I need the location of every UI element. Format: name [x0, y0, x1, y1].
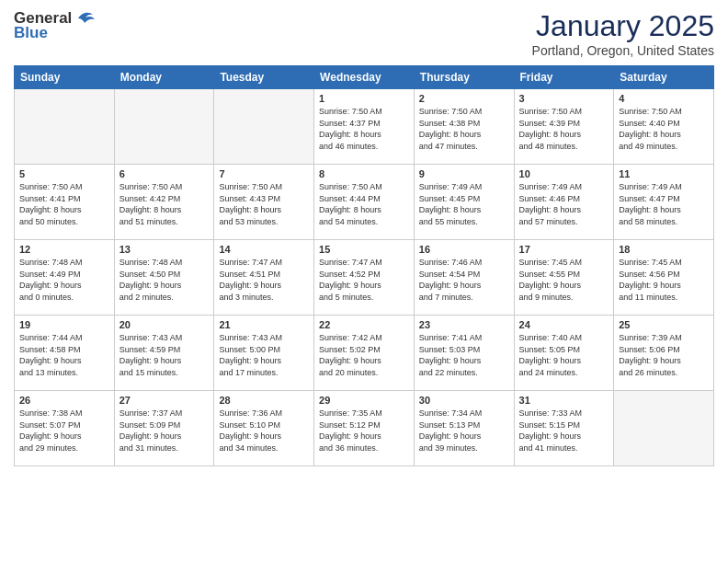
day-number: 17 [519, 244, 609, 255]
day-number: 26 [19, 395, 109, 406]
day-number: 29 [319, 395, 409, 406]
day-number: 19 [19, 319, 109, 330]
header-saturday: Saturday [614, 66, 714, 89]
day-number: 23 [419, 319, 509, 330]
day-info: Sunrise: 7:42 AM Sunset: 5:02 PM Dayligh… [319, 332, 409, 378]
day-number: 24 [519, 319, 609, 330]
calendar-cell-2-6: 18Sunrise: 7:45 AM Sunset: 4:56 PM Dayli… [614, 240, 714, 316]
day-info: Sunrise: 7:49 AM Sunset: 4:47 PM Dayligh… [619, 181, 709, 227]
header-friday: Friday [514, 66, 614, 89]
day-number: 3 [519, 93, 609, 104]
day-number: 22 [319, 319, 409, 330]
calendar-cell-2-5: 17Sunrise: 7:45 AM Sunset: 4:55 PM Dayli… [514, 240, 614, 316]
day-info: Sunrise: 7:50 AM Sunset: 4:43 PM Dayligh… [219, 181, 309, 227]
calendar-cell-3-0: 19Sunrise: 7:44 AM Sunset: 4:58 PM Dayli… [15, 316, 115, 391]
day-number: 13 [119, 244, 210, 255]
week-row-3: 12Sunrise: 7:48 AM Sunset: 4:49 PM Dayli… [15, 240, 714, 316]
calendar-cell-1-6: 11Sunrise: 7:49 AM Sunset: 4:47 PM Dayli… [614, 165, 714, 240]
location-title: Portland, Oregon, United States [532, 43, 714, 58]
calendar-cell-3-5: 24Sunrise: 7:40 AM Sunset: 5:05 PM Dayli… [514, 316, 614, 391]
calendar-cell-0-4: 2Sunrise: 7:50 AM Sunset: 4:38 PM Daylig… [414, 89, 514, 165]
day-info: Sunrise: 7:48 AM Sunset: 4:49 PM Dayligh… [19, 257, 109, 303]
calendar-cell-2-1: 13Sunrise: 7:48 AM Sunset: 4:50 PM Dayli… [114, 240, 214, 316]
calendar-cell-4-5: 31Sunrise: 7:33 AM Sunset: 5:15 PM Dayli… [514, 391, 614, 466]
header-thursday: Thursday [414, 66, 514, 89]
day-number: 20 [119, 319, 210, 330]
calendar-cell-0-3: 1Sunrise: 7:50 AM Sunset: 4:37 PM Daylig… [314, 89, 415, 165]
day-number: 2 [419, 93, 509, 104]
day-info: Sunrise: 7:40 AM Sunset: 5:05 PM Dayligh… [519, 332, 609, 378]
day-number: 28 [219, 395, 309, 406]
week-row-2: 5Sunrise: 7:50 AM Sunset: 4:41 PM Daylig… [15, 165, 714, 240]
day-number: 6 [119, 168, 210, 179]
day-info: Sunrise: 7:35 AM Sunset: 5:12 PM Dayligh… [319, 408, 409, 454]
day-number: 4 [619, 93, 709, 104]
day-info: Sunrise: 7:48 AM Sunset: 4:50 PM Dayligh… [119, 257, 210, 303]
month-title: January 2025 [532, 9, 714, 43]
day-info: Sunrise: 7:44 AM Sunset: 4:58 PM Dayligh… [19, 332, 109, 378]
day-info: Sunrise: 7:50 AM Sunset: 4:38 PM Dayligh… [419, 106, 509, 152]
calendar-cell-4-1: 27Sunrise: 7:37 AM Sunset: 5:09 PM Dayli… [114, 391, 214, 466]
day-info: Sunrise: 7:49 AM Sunset: 4:45 PM Dayligh… [419, 181, 509, 227]
header-monday: Monday [114, 66, 214, 89]
week-row-5: 26Sunrise: 7:38 AM Sunset: 5:07 PM Dayli… [15, 391, 714, 466]
day-info: Sunrise: 7:50 AM Sunset: 4:40 PM Dayligh… [619, 106, 709, 152]
day-number: 31 [519, 395, 609, 406]
calendar-cell-1-4: 9Sunrise: 7:49 AM Sunset: 4:45 PM Daylig… [414, 165, 514, 240]
day-number: 30 [419, 395, 509, 406]
calendar-cell-4-6 [614, 391, 714, 466]
day-info: Sunrise: 7:50 AM Sunset: 4:42 PM Dayligh… [119, 181, 210, 227]
day-info: Sunrise: 7:50 AM Sunset: 4:37 PM Dayligh… [319, 106, 409, 152]
calendar-cell-4-2: 28Sunrise: 7:36 AM Sunset: 5:10 PM Dayli… [214, 391, 314, 466]
header-tuesday: Tuesday [214, 66, 314, 89]
calendar-cell-3-2: 21Sunrise: 7:43 AM Sunset: 5:00 PM Dayli… [214, 316, 314, 391]
day-info: Sunrise: 7:45 AM Sunset: 4:55 PM Dayligh… [519, 257, 609, 303]
week-row-4: 19Sunrise: 7:44 AM Sunset: 4:58 PM Dayli… [15, 316, 714, 391]
calendar-cell-1-3: 8Sunrise: 7:50 AM Sunset: 4:44 PM Daylig… [314, 165, 415, 240]
calendar-cell-0-6: 4Sunrise: 7:50 AM Sunset: 4:40 PM Daylig… [614, 89, 714, 165]
day-number: 5 [19, 168, 109, 179]
calendar-table: Sunday Monday Tuesday Wednesday Thursday… [14, 65, 714, 466]
day-info: Sunrise: 7:49 AM Sunset: 4:46 PM Dayligh… [519, 181, 609, 227]
day-number: 1 [319, 93, 409, 104]
calendar-cell-2-0: 12Sunrise: 7:48 AM Sunset: 4:49 PM Dayli… [15, 240, 115, 316]
calendar-cell-1-1: 6Sunrise: 7:50 AM Sunset: 4:42 PM Daylig… [114, 165, 214, 240]
calendar-cell-4-3: 29Sunrise: 7:35 AM Sunset: 5:12 PM Dayli… [314, 391, 415, 466]
day-number: 10 [519, 168, 609, 179]
day-number: 21 [219, 319, 309, 330]
day-info: Sunrise: 7:39 AM Sunset: 5:06 PM Dayligh… [619, 332, 709, 378]
weekday-header-row: Sunday Monday Tuesday Wednesday Thursday… [15, 66, 714, 89]
calendar-cell-2-4: 16Sunrise: 7:46 AM Sunset: 4:54 PM Dayli… [414, 240, 514, 316]
day-info: Sunrise: 7:34 AM Sunset: 5:13 PM Dayligh… [419, 408, 509, 454]
calendar-cell-0-2 [214, 89, 314, 165]
calendar-cell-3-3: 22Sunrise: 7:42 AM Sunset: 5:02 PM Dayli… [314, 316, 415, 391]
calendar-cell-0-0 [15, 89, 115, 165]
day-info: Sunrise: 7:47 AM Sunset: 4:52 PM Dayligh… [319, 257, 409, 303]
day-number: 11 [619, 168, 709, 179]
calendar-cell-1-0: 5Sunrise: 7:50 AM Sunset: 4:41 PM Daylig… [15, 165, 115, 240]
day-number: 18 [619, 244, 709, 255]
header: General Blue January 2025 Portland, Oreg… [14, 9, 714, 58]
day-info: Sunrise: 7:43 AM Sunset: 4:59 PM Dayligh… [119, 332, 210, 378]
logo-bird-icon [74, 10, 95, 27]
day-info: Sunrise: 7:50 AM Sunset: 4:44 PM Dayligh… [319, 181, 409, 227]
calendar-body: 1Sunrise: 7:50 AM Sunset: 4:37 PM Daylig… [15, 89, 714, 466]
day-info: Sunrise: 7:37 AM Sunset: 5:09 PM Dayligh… [119, 408, 210, 454]
day-number: 9 [419, 168, 509, 179]
calendar-cell-3-4: 23Sunrise: 7:41 AM Sunset: 5:03 PM Dayli… [414, 316, 514, 391]
header-wednesday: Wednesday [314, 66, 415, 89]
page-container: General Blue January 2025 Portland, Oreg… [0, 0, 728, 471]
day-info: Sunrise: 7:43 AM Sunset: 5:00 PM Dayligh… [219, 332, 309, 378]
calendar-cell-1-5: 10Sunrise: 7:49 AM Sunset: 4:46 PM Dayli… [514, 165, 614, 240]
calendar-cell-2-2: 14Sunrise: 7:47 AM Sunset: 4:51 PM Dayli… [214, 240, 314, 316]
header-sunday: Sunday [15, 66, 115, 89]
day-number: 15 [319, 244, 409, 255]
day-info: Sunrise: 7:38 AM Sunset: 5:07 PM Dayligh… [19, 408, 109, 454]
calendar-cell-2-3: 15Sunrise: 7:47 AM Sunset: 4:52 PM Dayli… [314, 240, 415, 316]
calendar-cell-3-1: 20Sunrise: 7:43 AM Sunset: 4:59 PM Dayli… [114, 316, 214, 391]
day-number: 25 [619, 319, 709, 330]
calendar-cell-4-0: 26Sunrise: 7:38 AM Sunset: 5:07 PM Dayli… [15, 391, 115, 466]
calendar-cell-0-5: 3Sunrise: 7:50 AM Sunset: 4:39 PM Daylig… [514, 89, 614, 165]
day-number: 16 [419, 244, 509, 255]
calendar-cell-3-6: 25Sunrise: 7:39 AM Sunset: 5:06 PM Dayli… [614, 316, 714, 391]
